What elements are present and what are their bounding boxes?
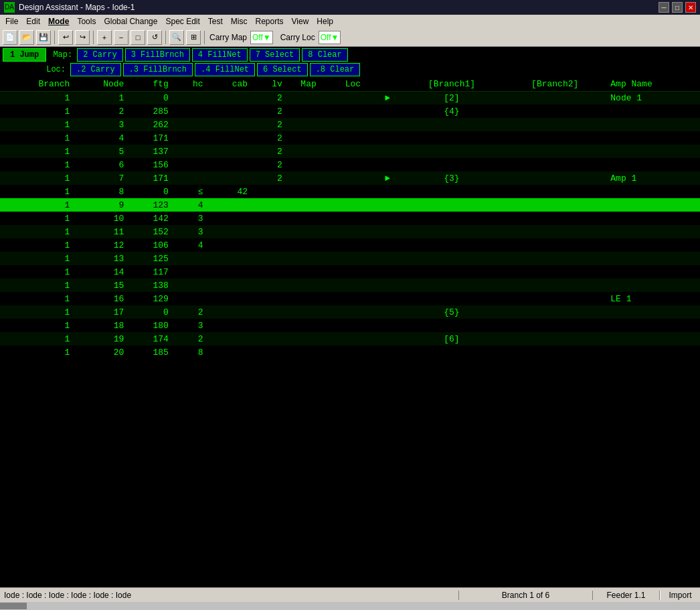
import-button[interactable]: Import [660, 591, 700, 600]
carry-loc-dropdown[interactable]: Off ▼ [319, 31, 341, 44]
col-ftg: ftg [128, 78, 172, 91]
scrollbar-thumb[interactable] [0, 603, 27, 609]
table-row[interactable]: 132622 [0, 118, 700, 131]
statusbar: Iode : Iode : Iode : Iode : Iode : Iode … [0, 587, 700, 602]
loc-btn-row: Loc: .2 Carry .3 FillBrnch .4 FillNet 6 … [3, 63, 697, 76]
menu-spec-edit[interactable]: Spec Edit [161, 16, 203, 27]
table-row[interactable]: 1181803 [0, 319, 700, 332]
menu-reports[interactable]: Reports [252, 16, 288, 27]
map-btn-row: 1 Jump Map: 2 Carry 3 FillBrnch 4 FillNe… [3, 48, 697, 62]
col-node: Node [74, 78, 128, 91]
menu-edit[interactable]: Edit [22, 16, 44, 27]
menu-file[interactable]: File [1, 16, 22, 27]
jump-button[interactable]: 1 Jump [3, 48, 46, 62]
menubar: File Edit Mode Tools Global Change Spec … [0, 15, 700, 28]
map-select-button[interactable]: 7 Select [250, 48, 300, 62]
table-row[interactable]: 1102►[2]Node 1 [0, 91, 700, 104]
toolbar-sep-3 [165, 31, 166, 44]
table-row[interactable]: 180≤42 [0, 185, 700, 198]
map-fillnet-button[interactable]: 4 FillNet [192, 48, 248, 62]
scrollbar-area[interactable] [0, 602, 700, 610]
loc-clear-button[interactable]: .8 Clear [310, 63, 361, 76]
menu-misc[interactable]: Misc [227, 16, 252, 27]
btn-rows: 1 Jump Map: 2 Carry 3 FillBrnch 4 FillNe… [0, 47, 700, 78]
loc-row-label: Loc: [41, 65, 66, 74]
col-map: Map [286, 78, 331, 91]
carry-map-dropdown[interactable]: Off ▼ [250, 31, 273, 44]
map-carry-button[interactable]: 2 Carry [77, 48, 122, 62]
map-clear-button[interactable]: 8 Clear [302, 48, 347, 62]
maximize-button[interactable]: □ [672, 2, 683, 13]
toolbar-btn-4[interactable]: ↩ [58, 30, 73, 45]
table-row[interactable]: 114117 [0, 265, 700, 279]
toolbar-btn-3[interactable]: 💾 [36, 30, 51, 45]
titlebar-left: DA Design Assistant - Maps - Iode-1 [4, 2, 135, 13]
col-cab: cab [207, 78, 252, 91]
titlebar: DA Design Assistant - Maps - Iode-1 ─ □ … [0, 0, 700, 15]
table-row[interactable]: 122852{4} [0, 104, 700, 118]
map-fillbrnch-button[interactable]: 3 FillBrnch [125, 48, 190, 62]
table-body: 1102►[2]Node 1122852{4}13262214171215137… [0, 91, 700, 359]
menu-global-change[interactable]: Global Change [100, 16, 161, 27]
titlebar-controls: ─ □ ✕ [659, 2, 696, 13]
col-lv: lv [252, 78, 286, 91]
col-amp-name: Amp Name [606, 78, 700, 91]
toolbar-sep-2 [93, 31, 94, 44]
toolbar-btn-5[interactable]: ↪ [75, 30, 90, 45]
loc-fillbrnch-button[interactable]: .3 FillBrnch [123, 63, 193, 76]
table-row[interactable]: 116129LE 1 [0, 292, 700, 305]
table-row[interactable]: 1191742[6] [0, 332, 700, 346]
status-path: Iode : Iode : Iode : Iode : Iode : Iode [0, 591, 459, 600]
table-row[interactable]: 1201858 [0, 346, 700, 359]
carry-map-arrow: ▼ [263, 33, 271, 42]
col-branch1: [Branch1] [400, 78, 503, 91]
menu-mode[interactable]: Mode [44, 16, 73, 27]
table-area: Branch Node ftg hc cab lv Map Loc [Branc… [0, 78, 700, 587]
col-branch: Branch [0, 78, 74, 91]
toolbar-btn-11[interactable]: ⊞ [186, 30, 201, 45]
table-row[interactable]: 1101423 [0, 212, 700, 225]
toolbar-btn-2[interactable]: 📂 [19, 30, 34, 45]
table-row[interactable]: 141712 [0, 131, 700, 145]
table-row[interactable]: 191234 [0, 198, 700, 212]
loc-fillnet-button[interactable]: .4 FillNet [195, 63, 255, 76]
toolbar-btn-1[interactable]: 📄 [3, 30, 17, 45]
menu-test[interactable]: Test [204, 16, 227, 27]
table-row[interactable]: 151372 [0, 145, 700, 158]
toolbar-sep-1 [54, 31, 55, 44]
toolbar-sep-4 [204, 31, 205, 44]
table-row[interactable]: 1111523 [0, 225, 700, 238]
carry-map-value: Off [252, 33, 263, 42]
toolbar-btn-8[interactable]: □ [130, 30, 145, 45]
map-row-label: Map: [48, 50, 72, 60]
table-row[interactable]: 171712►{3}Amp 1 [0, 171, 700, 185]
table-row[interactable]: 11702{5} [0, 305, 700, 319]
status-branch-info: Branch 1 of 6 [459, 591, 593, 600]
toolbar-btn-9[interactable]: ↺ [147, 30, 162, 45]
menu-view[interactable]: View [288, 16, 313, 27]
loc-select-button[interactable]: 6 Select [257, 63, 308, 76]
menu-tools[interactable]: Tools [73, 16, 100, 27]
carry-loc-label: Carry Loc [280, 33, 315, 42]
toolbar: 📄 📂 💾 ↩ ↪ + − □ ↺ 🔍 ⊞ Carry Map Off ▼ Ca… [0, 28, 700, 47]
table-header-row: Branch Node ftg hc cab lv Map Loc [Branc… [0, 78, 700, 91]
menu-help[interactable]: Help [313, 16, 337, 27]
close-button[interactable]: ✕ [685, 2, 696, 13]
table-row[interactable]: 113125 [0, 252, 700, 265]
minimize-button[interactable]: ─ [659, 2, 669, 13]
table-row[interactable]: 1121064 [0, 238, 700, 252]
toolbar-btn-7[interactable]: − [114, 30, 128, 45]
loc-carry-button[interactable]: .2 Carry [70, 63, 121, 76]
col-loc: Loc [331, 78, 375, 91]
carry-loc-value: Off [321, 33, 331, 42]
carry-loc-arrow: ▼ [331, 33, 339, 42]
carry-map-label: Carry Map [209, 33, 247, 42]
col-hc: hc [173, 78, 207, 91]
table-row[interactable]: 161562 [0, 158, 700, 171]
status-feeder-info: Feeder 1.1 [593, 591, 660, 600]
toolbar-btn-6[interactable]: + [97, 30, 112, 45]
scrollbar-track[interactable] [0, 603, 700, 609]
table-row[interactable]: 115138 [0, 279, 700, 292]
toolbar-btn-10[interactable]: 🔍 [169, 30, 184, 45]
col-arrow [375, 78, 400, 91]
